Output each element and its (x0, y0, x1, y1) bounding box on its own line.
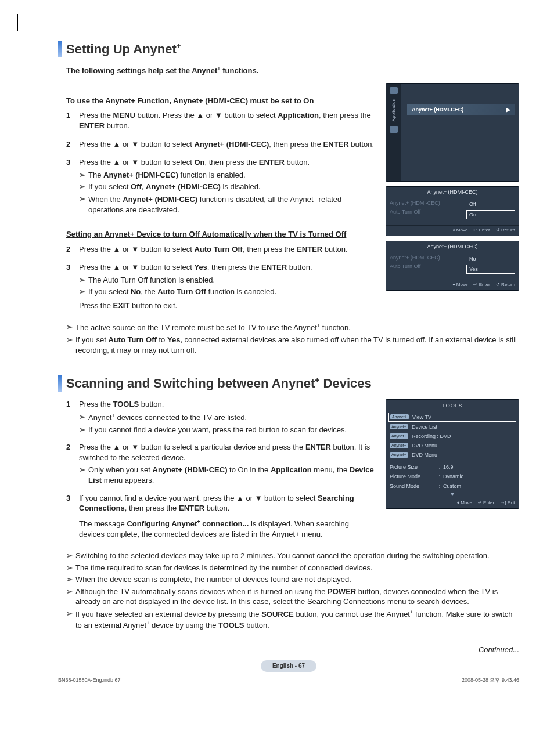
osd-exit-hint: →] Exit (500, 500, 515, 507)
tools-row-view-tv: Anynet+View TV (388, 413, 516, 422)
bullet-arrow-icon: ➢ (79, 275, 88, 285)
section-heading: Scanning and Switching between Anynet+ D… (58, 375, 519, 392)
scan-step-3: 3 If you cannot find a device you want, … (66, 493, 375, 542)
intro-text: The following settings help set the Anyn… (66, 65, 519, 76)
bullet-arrow-icon: ➢ (66, 322, 75, 333)
bullet-arrow-icon: ➢ (79, 465, 88, 485)
heading-accent-bar (58, 41, 62, 57)
osd-option-on: On (466, 210, 515, 219)
bullet-arrow-icon: ➢ (66, 335, 75, 355)
osd-move-hint: ♦ Move (457, 500, 472, 507)
notes-list-b: ➢Switching to the selected devices may t… (66, 551, 519, 630)
osd-hdmi-cec-off-on: Anynet+ (HDMI-CEC) Anynet+ (HDMI-CEC)Aut… (386, 186, 519, 236)
osd-selected-row: Anynet+ (HDMI-CEC)▶ (407, 104, 515, 115)
bullet-arrow-icon: ➢ (79, 287, 88, 297)
steps-list-1: 1Press the MENU button. Press the ▲ or ▼… (66, 110, 375, 216)
bullet-arrow-icon: ➢ (79, 412, 88, 423)
bullet-arrow-icon: ➢ (66, 609, 75, 631)
crop-mark (519, 14, 519, 31)
scan-step-2: 2 Press the ▲ or ▼ button to select a pa… (66, 442, 375, 487)
print-footer: BN68-01580A-Eng.indb 67 2008-05-28 오후 9:… (58, 677, 519, 683)
heading-scanning: Scanning and Switching between Anynet+ D… (66, 375, 372, 392)
step-b2: 2Press the ▲ or ▼ button to select Auto … (66, 244, 375, 257)
bullet-arrow-icon: ➢ (79, 170, 88, 180)
tools-row-device-list: Anynet+Device List (386, 422, 519, 432)
heading-setting-up: Setting Up Anynet+ (66, 41, 181, 58)
osd-move-hint: ♦ Move (453, 282, 468, 288)
osd-tools-menu: TOOLS Anynet+View TV Anynet+Device List … (386, 399, 519, 508)
subheading-auto-turn-off: Setting an Anynet+ Device to turn Off Au… (66, 229, 375, 240)
osd-return-hint: ↺ Return (496, 282, 515, 288)
tools-row-dvd-menu-2: Anynet+DVD Menu (386, 450, 519, 460)
osd-app-icon (390, 126, 398, 133)
bullet-arrow-icon: ➢ (66, 551, 75, 561)
footer-right: 2008-05-28 오후 9:43:46 (462, 677, 519, 683)
osd-settings-icon (390, 87, 398, 94)
step-3: 3 Press the ▲ or ▼ button to select On, … (66, 157, 375, 216)
osd-enter-hint: ↵ Enter (478, 500, 494, 507)
heading-accent-bar (58, 375, 62, 392)
bullet-arrow-icon: ➢ (79, 194, 88, 215)
osd-option-no: No (466, 254, 515, 263)
section-heading: Setting Up Anynet+ (58, 41, 519, 58)
tools-kv-sound-mode: Sound Mode:Custom (386, 482, 519, 491)
tools-row-dvd-menu: Anynet+DVD Menu (386, 441, 519, 450)
osd-move-hint: ♦ Move (453, 227, 468, 234)
osd-auto-turn-off: Anynet+ (HDMI-CEC) Anynet+ (HDMI-CEC)Aut… (386, 241, 519, 291)
osd-option-yes: Yes (466, 265, 515, 274)
steps-list-scan: 1 Press the TOOLS button. ➢Anynet+ devic… (66, 399, 375, 541)
osd-option-off: Off (466, 200, 515, 209)
page-number: English - 67 (58, 660, 519, 672)
step-2: 2Press the ▲ or ▼ button to select Anyne… (66, 139, 375, 152)
tools-kv-picture-mode: Picture Mode:Dynamic (386, 472, 519, 481)
crop-mark (17, 14, 18, 31)
subheading-use-anynet: To use the Anynet+ Function, Anynet+ (HD… (66, 96, 375, 106)
step-b3: 3 Press the ▲ or ▼ button to select Yes,… (66, 262, 375, 313)
page: Setting Up Anynet+ The following setting… (58, 41, 519, 683)
osd-enter-hint: ↵ Enter (473, 282, 490, 288)
step-1: 1Press the MENU button. Press the ▲ or ▼… (66, 110, 375, 133)
notes-list-a: ➢The active source on the TV remote must… (66, 322, 519, 355)
osd-enter-hint: ↵ Enter (473, 227, 490, 234)
steps-list-2: 2Press the ▲ or ▼ button to select Auto … (66, 244, 375, 313)
chevron-down-icon: ▼ (386, 491, 519, 498)
tools-kv-picture-size: Picture Size:16:9 (386, 462, 519, 472)
footer-left: BN68-01580A-Eng.indb 67 (58, 677, 121, 683)
osd-return-hint: ↺ Return (496, 227, 515, 234)
bullet-arrow-icon: ➢ (66, 587, 75, 607)
tools-row-recording: Anynet+Recording : DVD (386, 432, 519, 441)
bullet-arrow-icon: ➢ (79, 425, 88, 435)
osd-application-screen: Application Anynet+ (HDMI-CEC)▶ (386, 83, 519, 182)
chevron-right-icon: ▶ (506, 106, 510, 113)
osd-sidebar-label: Application (391, 99, 397, 121)
bullet-arrow-icon: ➢ (79, 182, 88, 192)
bullet-arrow-icon: ➢ (66, 574, 75, 585)
continued-label: Continued... (58, 645, 519, 655)
scan-step-1: 1 Press the TOOLS button. ➢Anynet+ devic… (66, 399, 375, 436)
bullet-arrow-icon: ➢ (66, 563, 75, 573)
